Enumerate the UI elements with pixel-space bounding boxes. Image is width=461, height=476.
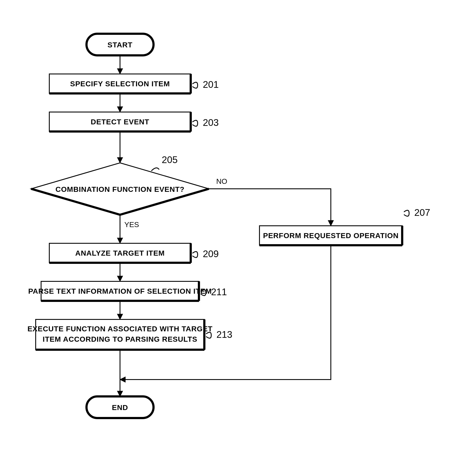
ref-tick-213 [206,332,211,338]
process-211: PARSE TEXT INFORMATION OF SELECTION ITEM [28,281,212,301]
process-213: EXECUTE FUNCTION ASSOCIATED WITH TARGET … [27,319,213,350]
decision-205: COMBINATION FUNCTION EVENT? [31,163,209,215]
ref-tick-205 [151,168,159,171]
ref-213: 213 [217,329,232,340]
ref-tick-203 [193,120,198,126]
end-label: END [112,403,128,412]
start-label: START [108,41,133,49]
ref-209: 209 [203,248,219,259]
svg-rect-19 [36,319,204,350]
edge-207-merge [120,245,331,380]
terminator-start: START [86,34,153,55]
ref-201: 201 [203,79,219,90]
process-207: PERFORM REQUESTED OPERATION [260,226,402,245]
edge-label-no: NO [216,177,227,185]
ref-207: 207 [414,207,430,218]
ref-tick-207 [404,210,409,216]
process-209: ANALYZE TARGET ITEM [49,243,191,263]
process-211-label: PARSE TEXT INFORMATION OF SELECTION ITEM [28,287,212,295]
process-209-label: ANALYZE TARGET ITEM [75,249,165,257]
ref-211: 211 [211,287,227,297]
process-201: SPECIFY SELECTION ITEM [49,74,191,94]
terminator-end: END [86,396,153,418]
edge-205-207 [209,189,331,226]
process-203: DETECT EVENT [49,112,191,131]
process-207-label: PERFORM REQUESTED OPERATION [263,231,399,240]
ref-205: 205 [162,154,177,165]
ref-tick-209 [193,252,198,257]
process-213-label-line2: ITEM ACCORDING TO PARSING RESULTS [42,335,197,343]
decision-205-label: COMBINATION FUNCTION EVENT? [56,185,185,193]
ref-tick-201 [193,82,198,88]
ref-203: 203 [203,117,219,128]
process-203-label: DETECT EVENT [91,118,149,126]
process-213-label-line1: EXECUTE FUNCTION ASSOCIATED WITH TARGET [27,325,213,333]
edge-label-yes: YES [124,220,139,229]
process-201-label: SPECIFY SELECTION ITEM [70,80,170,88]
